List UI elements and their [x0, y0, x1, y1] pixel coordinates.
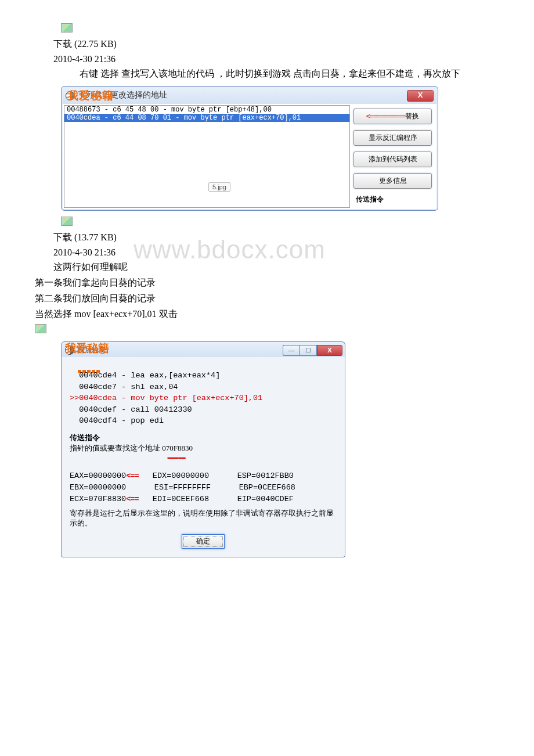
- send-instruction-label: 传送指令: [353, 195, 432, 204]
- reg-edx: EDX=00000000: [153, 471, 209, 480]
- reg-esp: ESP=0012FBB0: [237, 471, 294, 480]
- replace-button[interactable]: <==========替换: [353, 109, 432, 124]
- show-disasm-button[interactable]: 显示反汇编程序: [353, 130, 432, 146]
- timestamp-1: 2010-4-30 21:36: [35, 54, 499, 64]
- close-button[interactable]: X: [317, 345, 342, 356]
- red-annotation-eq: ====: [376, 112, 391, 120]
- paragraph-1: 右键 选择 查找写入该地址的代码 ，此时切换到游戏 点击向日葵，拿起来但不建造，…: [61, 68, 499, 80]
- paragraph-2c: 第二条我们放回向日葵的记录: [35, 293, 499, 305]
- maximize-button[interactable]: ☐: [300, 345, 317, 356]
- side-button-panel: <==========替换 显示反汇编程序 添加到代码列表 更多信息 传送指令: [351, 104, 436, 209]
- asm-line-4: 0040cdef - call 00412330: [70, 404, 337, 416]
- code-change-window: 下列代码更改选择的地址 我爱秘籍 X 00488673 - c6 45 48 0…: [61, 86, 438, 211]
- red-annotation-arrow: <==: [366, 112, 377, 120]
- more-info-button[interactable]: 更多信息: [353, 173, 432, 189]
- watermark-overlay-2: 我爱秘籍: [65, 341, 109, 356]
- code-list[interactable]: 00488673 - c6 45 48 00 - mov byte ptr [e…: [64, 105, 350, 208]
- download-text-1: 下载 (22.75 KB): [35, 38, 499, 51]
- window-titlebar[interactable]: 下列代码更改选择的地址 我爱秘籍 X: [63, 88, 436, 104]
- red-arrow-icon: <==: [126, 495, 138, 503]
- reg-edi: EDI=0CEEF668: [153, 495, 209, 503]
- image-placeholder-icon: [61, 23, 73, 33]
- image-placeholder-icon: [61, 217, 73, 226]
- window2-titlebar[interactable]: 附加信息 我爱秘籍 — ☐ X: [61, 341, 345, 357]
- reg-ebx: EBX=00000000: [70, 483, 126, 492]
- code-row-2-selected[interactable]: 0040cdea - c6 44 08 70 01 - mov byte ptr…: [64, 114, 349, 122]
- replace-button-label: 替换: [405, 112, 419, 120]
- register-grid: EAX=00000000<== EDX=00000000 ESP=0012FBB…: [70, 470, 337, 506]
- paragraph-1-text: 右键 选择 查找写入该地址的代码 ，此时切换到游戏 点击向日葵，拿起来但不建造，…: [80, 69, 460, 78]
- download-text-2: 下载 (13.77 KB): [35, 232, 499, 244]
- reg-esi: ESI=FFFFFFFF: [154, 483, 211, 492]
- asm-line-1: 0040cde4 - lea eax,[eax+eax*4]: [70, 370, 337, 381]
- minimize-button[interactable]: —: [283, 345, 300, 356]
- paragraph-2d: 当然选择 mov [eax+ecx+70],01 双击: [35, 308, 499, 321]
- asm-line-3-highlight: >>0040cdea - mov byte ptr [eax+ecx+70],0…: [70, 393, 337, 404]
- code-row-1[interactable]: 00488673 - c6 45 48 00 - mov byte ptr [e…: [64, 106, 349, 114]
- image-tag: 5.jpg: [208, 182, 230, 192]
- timestamp-2: 2010-4-30 21:36: [35, 247, 499, 258]
- reg-ecx: ECX=070F8830: [70, 495, 126, 503]
- code-row-2-text: 0040cdea - c6 44 08 70 01 - mov byte ptr…: [67, 114, 301, 122]
- red-underline-annotation: =====: [167, 453, 185, 462]
- image-placeholder-icon: [35, 324, 46, 333]
- red-arrow-icon: <==: [126, 471, 138, 480]
- register-note: 寄存器是运行之后显示在这里的，说明在使用除了非调试寄存器存取执行之前显示的。: [70, 508, 337, 528]
- asm-line-2: 0040cde7 - shl eax,04: [70, 381, 337, 393]
- watermark-overlay: 我爱秘籍: [67, 88, 114, 103]
- extra-info-window: 附加信息 我爱秘籍 — ☐ X 0040cde4 - lea eax,[eax+…: [61, 341, 345, 557]
- close-button[interactable]: X: [407, 90, 434, 102]
- pointer-value-text: 指针的值或要查找这个地址 070F8830: [70, 443, 337, 453]
- add-to-codelist-button[interactable]: 添加到代码列表: [353, 152, 432, 167]
- reg-ebp: EBP=0CEEF668: [239, 483, 295, 492]
- paragraph-2b: 第一条我们拿起向日葵的记录: [35, 277, 499, 289]
- ok-button[interactable]: 确定: [182, 534, 225, 549]
- asm-line-5: 0040cdf4 - pop edi: [70, 415, 337, 427]
- paragraph-2a: 这两行如何理解呢: [35, 261, 499, 273]
- reg-eax: EAX=00000000: [70, 471, 126, 480]
- window2-body: 0040cde4 - lea eax,[eax+eax*4] 0040cde7 …: [61, 357, 345, 557]
- send-instruction-label-2: 传送指令: [70, 433, 337, 443]
- reg-eip: EIP=0040CDEF: [237, 495, 294, 503]
